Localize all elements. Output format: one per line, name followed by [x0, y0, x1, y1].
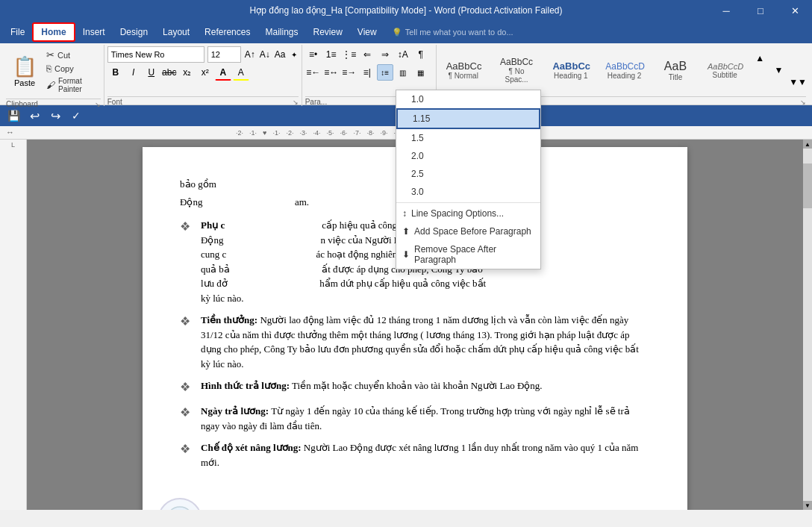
bullet-content-2: Tiền thưởng: Người lao động làm việc đủ …	[201, 313, 650, 371]
accept-button[interactable]: ✓	[67, 107, 85, 125]
menu-file[interactable]: File	[3, 22, 32, 42]
add-space-before-label: Add Space Before Paragraph	[414, 226, 531, 237]
paste-button[interactable]: 📋 Paste	[6, 46, 43, 96]
styles-expand[interactable]: ▼▼	[790, 74, 806, 90]
menu-design[interactable]: Design	[113, 22, 155, 42]
scroll-track[interactable]	[803, 149, 812, 501]
menu-view[interactable]: View	[350, 22, 384, 42]
strikethrough-button[interactable]: abc	[161, 64, 178, 81]
decrease-font-button[interactable]: A↓	[259, 46, 271, 63]
svg-point-0	[166, 507, 193, 510]
style-no-spacing[interactable]: AaBbCc ¶ No Spac...	[490, 53, 543, 87]
spacing-3-0[interactable]: 3.0	[396, 183, 540, 201]
para-row2: ≡← ≡↔ ≡→ ≡| ↕≡ ▥ ▦	[305, 64, 433, 81]
tell-me-menu[interactable]: 💡 Tell me what you want to do...	[384, 22, 521, 42]
logo-container: ThuthuatOffice TRỢ KỆ CỦA DÂN CÔNG SỞ	[157, 498, 314, 510]
show-formatting-button[interactable]: ¶	[413, 46, 429, 63]
bullet-content-3: Hình thức trả lương: Tiền mặt hoặc chuyể…	[201, 378, 650, 396]
align-left-button[interactable]: ≡←	[305, 64, 322, 81]
clipboard-controls: 📋 Paste ✂ Cut ⎘ Copy 🖌	[6, 46, 101, 96]
format-painter-button[interactable]: 🖌 Format Painter	[43, 75, 101, 95]
ruler-left-marker: L	[11, 141, 15, 149]
borders-button[interactable]: ▦	[413, 64, 429, 81]
menu-home[interactable]: Home	[32, 22, 75, 42]
cut-label: Cut	[57, 51, 70, 60]
remove-space-after[interactable]: ⬇ Remove Space After Paragraph	[396, 240, 540, 269]
italic-button[interactable]: I	[125, 64, 142, 81]
quick-access-left: 💾 ↩ ↪ ✓	[4, 107, 85, 125]
save-quick-button[interactable]: 💾	[4, 107, 22, 125]
vertical-scrollbar[interactable]: ▲ ▼	[803, 140, 812, 510]
add-space-before-icon: ⬆	[402, 226, 410, 237]
menu-references[interactable]: References	[197, 22, 257, 42]
style-subtitle[interactable]: AaBbCcD Subtitle	[701, 58, 749, 83]
menu-review[interactable]: Review	[305, 22, 349, 42]
increase-indent-button[interactable]: ⇒	[377, 46, 393, 63]
close-button[interactable]: ✕	[778, 0, 812, 21]
align-right-button[interactable]: ≡→	[341, 64, 357, 81]
undo-button[interactable]: ↩	[25, 107, 43, 125]
subscript-button[interactable]: x₂	[179, 64, 196, 81]
shading-button[interactable]: ▥	[395, 64, 411, 81]
menu-mailings[interactable]: Mailings	[257, 22, 305, 42]
logo-text-area: ThuthuatOffice TRỢ KỆ CỦA DÂN CÔNG SỞ	[208, 508, 314, 511]
bullet-sym-2: ❖	[180, 313, 195, 371]
style-title[interactable]: AaB Title	[653, 56, 698, 85]
styles-scroll-down[interactable]: ▼	[771, 62, 787, 78]
clipboard-expand-icon[interactable]: ↘	[95, 101, 101, 108]
copy-label: Copy	[54, 64, 74, 73]
styles-expand-icon[interactable]: ↘	[800, 99, 806, 106]
menu-insert[interactable]: Insert	[75, 22, 113, 42]
superscript-button[interactable]: x²	[197, 64, 213, 81]
line-spacing-options[interactable]: ↕ Line Spacing Options...	[396, 205, 540, 222]
add-space-before[interactable]: ⬆ Add Space Before Paragraph	[396, 222, 540, 240]
bullet-sym-1: ❖	[180, 218, 195, 305]
para-row1: ≡• 1≡ ⋮≡ ⇐ ⇒ ↕A ¶	[305, 46, 433, 63]
font-expand-icon[interactable]: ↘	[293, 99, 299, 106]
minimize-button[interactable]: ─	[709, 0, 743, 21]
spacing-2-5[interactable]: 2.5	[396, 165, 540, 183]
title-bar: Hợp đồng lao động_Ha [Compatibility Mode…	[0, 0, 812, 21]
justify-button[interactable]: ≡|	[359, 64, 375, 81]
bullet-content-4: Ngày trả lương: Từ ngày 1 đến ngày 10 củ…	[201, 404, 650, 433]
scroll-down-arrow[interactable]: ▼	[803, 501, 812, 510]
align-center-button[interactable]: ≡↔	[323, 64, 340, 81]
multilevel-list-button[interactable]: ⋮≡	[341, 46, 357, 63]
decrease-indent-button[interactable]: ⇐	[359, 46, 375, 63]
highlight-button[interactable]: A	[233, 64, 249, 81]
maximize-button[interactable]: □	[743, 0, 778, 21]
bold-button[interactable]: B	[107, 64, 124, 81]
sort-button[interactable]: ↕A	[395, 46, 411, 63]
clear-format-button[interactable]: ✦	[289, 46, 298, 63]
font-color-button[interactable]: A	[215, 64, 231, 81]
paste-label: Paste	[14, 78, 35, 87]
spacing-1-5[interactable]: 1.5	[396, 129, 540, 147]
bullet-title-1: Phụ c	[201, 219, 225, 231]
change-case-button[interactable]: Aa	[274, 46, 287, 63]
style-normal[interactable]: AaBbCc ¶ Normal	[440, 57, 487, 84]
spacing-2-0[interactable]: 2.0	[396, 147, 540, 165]
underline-button[interactable]: U	[143, 64, 160, 81]
style-heading1[interactable]: AaBbCc Heading 1	[546, 57, 596, 84]
format-painter-label: Format Painter	[58, 77, 98, 93]
scroll-up-arrow[interactable]: ▲	[803, 140, 812, 149]
scroll-thumb[interactable]	[803, 163, 812, 208]
spacing-1-0[interactable]: 1.0	[396, 90, 540, 108]
numbering-button[interactable]: 1≡	[323, 46, 340, 63]
font-name-input[interactable]	[107, 46, 204, 63]
spacing-1-15[interactable]: 1.15	[396, 108, 540, 129]
redo-button[interactable]: ↪	[46, 107, 64, 125]
clipboard-group: 📋 Paste ✂ Cut ⎘ Copy 🖌	[3, 45, 104, 106]
copy-button[interactable]: ⎘ Copy	[43, 62, 101, 75]
bullet-item-5: ❖ Chế độ xét nâng lương: Người Lao Động …	[180, 440, 650, 470]
style-heading2[interactable]: AaBbCcD Heading 2	[599, 57, 650, 84]
font-size-input[interactable]	[207, 46, 241, 63]
font-row2: B I U abc x₂ x² A A	[107, 64, 299, 81]
line-spacing-button[interactable]: ↕≡	[377, 64, 393, 81]
cut-button[interactable]: ✂ Cut	[43, 48, 101, 62]
bullets-button[interactable]: ≡•	[305, 46, 322, 63]
tell-me-menu-text: Tell me what you want to do...	[405, 28, 513, 37]
menu-layout[interactable]: Layout	[155, 22, 197, 42]
styles-scroll-up[interactable]: ▲	[752, 50, 767, 66]
increase-font-button[interactable]: A↑	[244, 46, 256, 63]
